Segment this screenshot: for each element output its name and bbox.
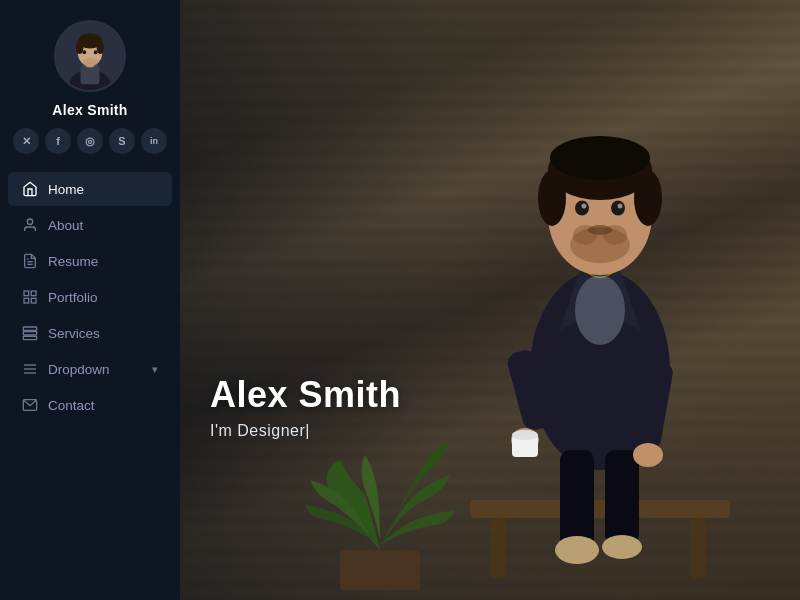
svg-rect-55 xyxy=(340,550,420,590)
nav-dropdown-label: Dropdown xyxy=(48,362,142,377)
svg-rect-18 xyxy=(23,327,36,330)
svg-point-7 xyxy=(97,41,105,54)
nav-resume-label: Resume xyxy=(48,254,158,269)
svg-point-34 xyxy=(602,535,642,559)
svg-rect-16 xyxy=(31,298,36,303)
sidebar-item-contact[interactable]: Contact xyxy=(8,388,172,422)
hero-subtitle-prefix: I'm xyxy=(210,422,237,439)
svg-rect-32 xyxy=(605,450,639,545)
svg-point-33 xyxy=(555,536,599,564)
hero-cursor: | xyxy=(305,422,310,440)
svg-point-46 xyxy=(582,204,587,209)
svg-point-40 xyxy=(550,136,650,180)
svg-point-30 xyxy=(575,275,625,345)
main-content: Alex Smith I'm Designer | xyxy=(180,0,800,600)
svg-point-44 xyxy=(575,201,589,216)
nav-services-label: Services xyxy=(48,326,158,341)
social-skype[interactable]: S xyxy=(109,128,135,154)
hero-person-image xyxy=(430,40,770,600)
svg-point-52 xyxy=(512,430,538,440)
svg-point-6 xyxy=(76,41,84,54)
social-facebook[interactable]: f xyxy=(45,128,71,154)
social-twitter[interactable]: ✕ xyxy=(13,128,39,154)
sidebar-item-about[interactable]: About xyxy=(8,208,172,242)
sidebar-item-resume[interactable]: Resume xyxy=(8,244,172,278)
sidebar-nav: Home About Resume xyxy=(0,172,180,422)
svg-point-47 xyxy=(618,204,623,209)
svg-rect-2 xyxy=(81,65,100,84)
svg-point-38 xyxy=(538,170,566,226)
hero-name: Alex Smith xyxy=(210,374,401,416)
sidebar-username: Alex Smith xyxy=(52,102,127,118)
svg-rect-25 xyxy=(470,500,730,518)
svg-rect-20 xyxy=(23,336,36,339)
sidebar: Alex Smith ✕ f ◎ S in Home About xyxy=(0,0,180,600)
sidebar-item-services[interactable]: Services xyxy=(8,316,172,350)
svg-point-48 xyxy=(588,225,612,235)
sidebar-item-portfolio[interactable]: Portfolio xyxy=(8,280,172,314)
hero-section: Alex Smith I'm Designer | xyxy=(180,0,800,600)
svg-point-54 xyxy=(633,443,663,467)
svg-point-8 xyxy=(82,50,86,54)
svg-point-10 xyxy=(82,58,99,67)
svg-point-39 xyxy=(634,170,662,226)
hero-subtitle: I'm Designer | xyxy=(210,422,401,440)
sidebar-item-home[interactable]: Home xyxy=(8,172,172,206)
svg-rect-31 xyxy=(560,450,594,550)
avatar xyxy=(54,20,126,92)
svg-rect-15 xyxy=(31,291,36,296)
svg-rect-17 xyxy=(24,298,29,303)
svg-point-11 xyxy=(27,219,32,224)
dropdown-chevron-icon: ▾ xyxy=(152,363,158,376)
svg-rect-14 xyxy=(24,291,29,296)
svg-rect-27 xyxy=(690,518,706,578)
svg-point-9 xyxy=(94,50,98,54)
nav-about-label: About xyxy=(48,218,158,233)
svg-rect-19 xyxy=(23,332,36,335)
hero-subtitle-role: Designer xyxy=(237,422,305,439)
nav-contact-label: Contact xyxy=(48,398,158,413)
hero-text-block: Alex Smith I'm Designer | xyxy=(210,374,401,440)
nav-portfolio-label: Portfolio xyxy=(48,290,158,305)
social-linkedin[interactable]: in xyxy=(141,128,167,154)
social-instagram[interactable]: ◎ xyxy=(77,128,103,154)
svg-rect-26 xyxy=(490,518,506,578)
social-links: ✕ f ◎ S in xyxy=(13,128,167,154)
svg-point-45 xyxy=(611,201,625,216)
nav-home-label: Home xyxy=(48,182,158,197)
sidebar-item-dropdown[interactable]: Dropdown ▾ xyxy=(8,352,172,386)
